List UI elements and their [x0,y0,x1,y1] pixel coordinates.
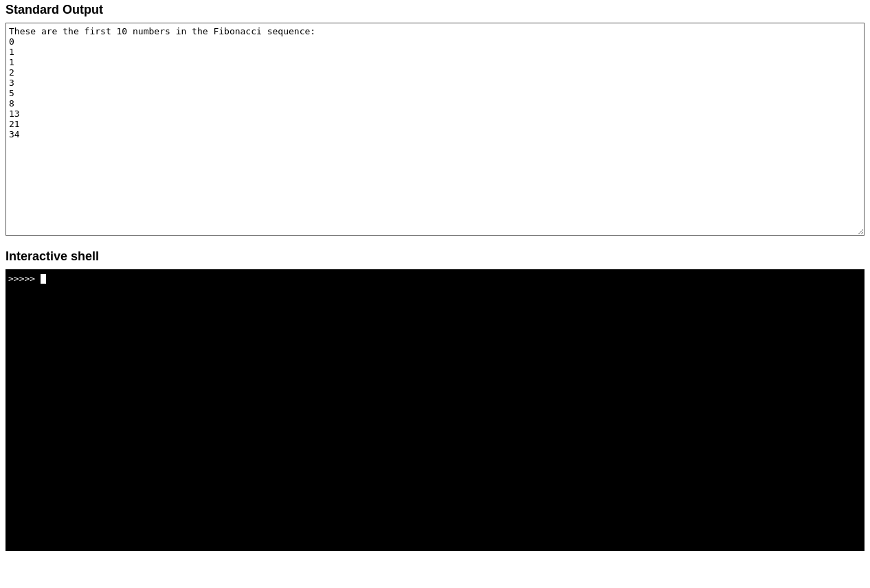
standard-output-textarea[interactable] [5,23,865,236]
shell-prompt: >>>>> [8,273,41,284]
standard-output-title: Standard Output [5,3,865,17]
shell-prompt-line: >>>>> [8,273,862,284]
interactive-shell-title: Interactive shell [5,249,865,264]
interactive-shell-section: Interactive shell >>>>> [0,247,870,556]
standard-output-section: Standard Output [0,0,870,244]
shell-terminal[interactable]: >>>>> [5,269,865,551]
shell-cursor [41,274,46,284]
